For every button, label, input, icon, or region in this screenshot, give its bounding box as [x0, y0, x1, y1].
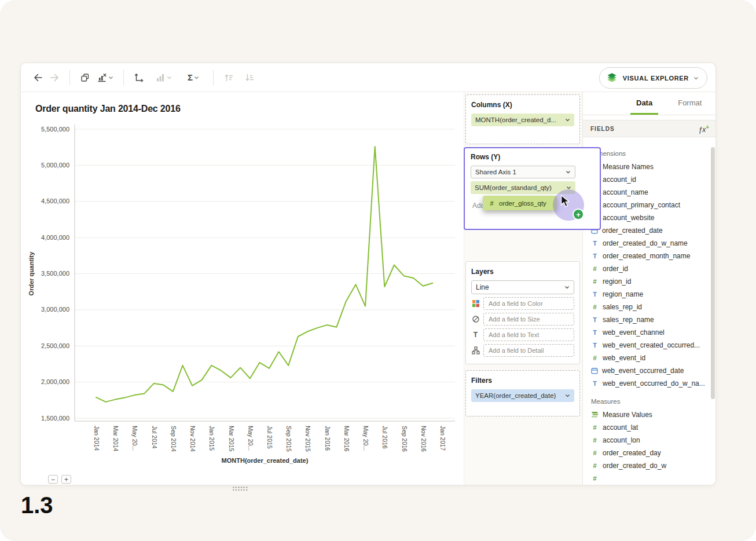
visual-explorer-menu[interactable]: VISUAL EXPLORER: [599, 67, 707, 89]
field-item[interactable]: web_event_occurred_date: [583, 364, 716, 377]
fields-list: Dimensions Measure Names#account_idTacco…: [583, 137, 716, 485]
swap-axes-icon: [134, 72, 144, 83]
field-name: order_created_do_w_name: [603, 239, 688, 247]
dragged-field-pill[interactable]: # order_gloss_qty: [483, 196, 557, 210]
tab-format[interactable]: Format: [672, 92, 707, 115]
arrow-left-icon: [33, 72, 43, 83]
layer-slot-text: TAdd a field to Text: [471, 328, 574, 341]
chevron-down-icon: [108, 76, 113, 79]
toolbar-divider: [213, 70, 214, 85]
add-calculated-field-icon[interactable]: ƒx+: [698, 124, 709, 134]
text-drop-zone[interactable]: Add a field to Text: [483, 328, 574, 341]
field-item[interactable]: Tweb_event_created_occurred...: [583, 339, 716, 352]
field-name: account_lat: [603, 423, 638, 432]
text-shelf-icon: T: [471, 331, 480, 339]
zoom-in-button[interactable]: +: [61, 475, 71, 484]
number-type-icon: #: [591, 354, 599, 361]
y-tick-label: 1,500,000: [41, 415, 69, 422]
dimensions-section-label: Dimensions: [583, 147, 716, 160]
chevron-down-icon: [566, 170, 571, 174]
swap-axes-button[interactable]: [131, 70, 147, 86]
field-name: region_name: [603, 290, 643, 298]
sort-descending-button[interactable]: [241, 70, 258, 86]
x-tick-label: Jul 2014: [151, 426, 158, 449]
field-item[interactable]: #account_lat: [583, 421, 716, 434]
tab-data[interactable]: Data: [630, 92, 658, 115]
field-item[interactable]: #account_id: [583, 173, 716, 186]
field-item[interactable]: Tsales_rep_name: [583, 313, 716, 326]
field-item[interactable]: #web_event_id: [583, 352, 716, 364]
number-type-icon: #: [591, 462, 599, 469]
color-drop-zone[interactable]: Add a field to Color: [483, 297, 574, 310]
chevron-down-icon: [167, 76, 172, 79]
field-item[interactable]: #region_id: [583, 275, 716, 288]
field-item[interactable]: Tregion_name: [583, 288, 716, 301]
field-item[interactable]: #order_created_do_w: [583, 459, 716, 472]
x-tick-label: Jan 2015: [208, 426, 215, 451]
field-item[interactable]: Taccount_name: [583, 186, 716, 199]
x-tick-label: Jan 2016: [324, 426, 331, 451]
toolbar: Σ VISUAL EXPLORER: [21, 63, 715, 92]
x-tick-label: May 20...: [247, 426, 254, 451]
y-tick-label: 2,000,000: [41, 378, 69, 385]
dragged-field-label: order_gloss_qty: [499, 200, 546, 207]
sigma-icon: Σ: [188, 72, 193, 82]
sort-ascending-button[interactable]: [221, 70, 237, 86]
field-item[interactable]: Measure Values: [583, 408, 716, 421]
zoom-out-button[interactable]: −: [48, 475, 58, 484]
resize-handle[interactable]: [232, 486, 248, 491]
mark-type-select[interactable]: Line: [471, 280, 574, 294]
field-name: web_event_occurred_do_w_na...: [603, 379, 705, 388]
scrollbar[interactable]: [711, 147, 715, 399]
aggregate-button[interactable]: Σ: [181, 70, 206, 86]
field-item[interactable]: #order_id: [583, 262, 716, 275]
field-item[interactable]: order_created_date: [583, 224, 716, 237]
forward-button[interactable]: [46, 70, 63, 86]
field-item[interactable]: #order_created_day: [583, 447, 716, 459]
line-chart[interactable]: 5,500,0005,000,0004,500,0004,000,0003,50…: [21, 115, 464, 485]
field-name: order_created_date: [602, 226, 663, 235]
remove-chart-button[interactable]: [93, 70, 116, 86]
text-type-icon: T: [591, 240, 599, 247]
x-tick-label: Mar 2016: [343, 426, 350, 452]
line-series[interactable]: [96, 147, 432, 402]
detail-drop-zone[interactable]: Add a field to Detail: [483, 344, 574, 357]
field-item[interactable]: #: [583, 472, 716, 485]
remove-chart-icon: [97, 72, 107, 83]
field-item[interactable]: #sales_rep_id: [583, 301, 716, 313]
x-tick-label: Nov 2014: [189, 426, 196, 452]
field-item[interactable]: Tweb_event_channel: [583, 326, 716, 339]
filters-shelf[interactable]: Filters YEAR(order_created_date): [465, 370, 580, 416]
columns-field-pill[interactable]: MONTH(order_created_d...: [471, 114, 574, 126]
text-type-icon: T: [591, 316, 599, 323]
columns-shelf[interactable]: Columns (X) MONTH(order_created_d...: [465, 94, 580, 144]
fields-header: FIELDS: [590, 126, 615, 132]
field-name: account_name: [603, 188, 648, 196]
field-name: web_event_occurred_date: [602, 367, 684, 375]
field-item[interactable]: Torder_created_month_name: [583, 250, 716, 262]
field-item[interactable]: Measure Names: [583, 160, 716, 173]
layer-slot-detail: Add a field to Detail: [471, 344, 574, 357]
back-button[interactable]: [30, 70, 46, 86]
field-name: web_event_created_occurred...: [603, 341, 700, 349]
x-tick-label: May 20...: [362, 426, 369, 451]
field-item[interactable]: Tweb_event_occurred_do_w_na...: [583, 377, 716, 390]
field-item[interactable]: #account_lon: [583, 434, 716, 447]
y-tick-label: 4,000,000: [41, 234, 69, 241]
x-tick-label: May 20...: [131, 426, 138, 451]
text-type-icon: T: [591, 380, 599, 387]
duplicate-chart-button[interactable]: [77, 70, 93, 86]
y-tick-label: 4,500,000: [41, 198, 69, 204]
dimensions-list: Measure Names#account_idTaccount_nameTac…: [583, 160, 716, 390]
filter-field-pill[interactable]: YEAR(order_created_date): [471, 389, 574, 402]
y-tick-label: 3,500,000: [41, 270, 69, 277]
field-item[interactable]: Taccount_website: [583, 211, 716, 224]
rows-shelf-drop-target[interactable]: Rows (Y) Shared Axis 1 SUM(order_standar…: [464, 147, 601, 230]
field-item[interactable]: Torder_created_do_w_name: [583, 237, 716, 250]
field-item[interactable]: Taccount_primary_contact: [583, 199, 716, 211]
rows-shared-axis-pill[interactable]: Shared Axis 1: [471, 166, 575, 178]
chart-type-button[interactable]: [152, 70, 175, 86]
size-drop-zone[interactable]: Add a field to Size: [483, 313, 574, 326]
visual-explorer-logo: [605, 72, 618, 85]
rows-shelf-title: Rows (Y): [471, 153, 594, 161]
